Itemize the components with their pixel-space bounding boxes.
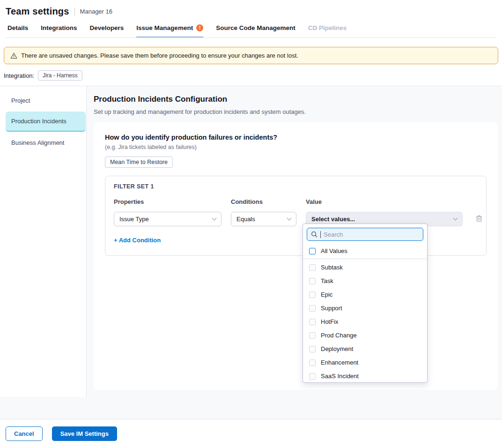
trash-icon: [475, 215, 483, 223]
list-item[interactable]: HotFix: [303, 315, 427, 329]
chevron-down-icon: [212, 216, 217, 221]
option-label: Prod Change: [321, 332, 357, 339]
dropdown-search-wrap: Search: [303, 224, 427, 244]
conditions-select[interactable]: Equals: [231, 212, 296, 226]
main-panel: Production Incidents Configuration Set u…: [87, 86, 502, 397]
option-label: Enhancement: [321, 359, 358, 366]
tab-label: Details: [7, 24, 28, 31]
add-condition-button[interactable]: + Add Condition: [114, 237, 161, 244]
tab-label: Integrations: [41, 24, 77, 31]
chevron-down-icon: [453, 216, 458, 221]
option-label: Task: [321, 277, 333, 284]
properties-select[interactable]: Issue Type: [114, 212, 221, 226]
checkbox[interactable]: [309, 332, 316, 339]
sidebar-item-production-incidents[interactable]: Production Incidents: [6, 112, 86, 132]
tab-label: Developers: [90, 24, 124, 31]
search-placeholder: Search: [324, 231, 343, 238]
page-title: Team settings: [6, 6, 69, 17]
page-subtitle: Manager 16: [74, 7, 112, 15]
alert-badge-icon: !: [196, 24, 203, 31]
warning-icon: [10, 52, 17, 59]
checkbox[interactable]: [309, 305, 316, 312]
integration-chip[interactable]: Jira - Harness: [38, 70, 82, 81]
checkbox[interactable]: [309, 278, 316, 284]
list-item[interactable]: SaaS Incident: [303, 369, 427, 382]
configuration-card: How do you identify production failures …: [94, 122, 498, 390]
tab-label: CD Pipelines: [308, 24, 347, 31]
checkbox[interactable]: [309, 373, 316, 380]
page-header: Team settings Manager 16 Details Integra…: [0, 0, 502, 38]
option-label: HotFix: [321, 318, 339, 325]
column-header-properties: Properties: [114, 198, 221, 205]
list-item[interactable]: Deployment: [303, 342, 427, 356]
integration-label: Integration:: [4, 72, 34, 79]
column-header-value: Value: [306, 198, 463, 205]
delete-filter-button[interactable]: [472, 214, 486, 225]
tab-issue-management[interactable]: Issue Management !: [136, 24, 203, 37]
checkbox[interactable]: [309, 291, 316, 298]
option-label: Subtask: [321, 264, 343, 271]
option-label: SaaS Incident: [321, 373, 359, 380]
content: Project Production Incidents Business Al…: [0, 86, 502, 397]
text-caret: [320, 231, 321, 238]
tab-source-code-management[interactable]: Source Code Management: [216, 24, 295, 37]
properties-select-value: Issue Type: [119, 216, 213, 223]
bottom-strip: [0, 397, 502, 419]
list-item[interactable]: Task: [303, 274, 427, 288]
value-select-dropdown: Search All Values Subtask: [303, 224, 428, 383]
checkbox[interactable]: [309, 248, 316, 254]
list-item[interactable]: Support: [303, 301, 427, 315]
checkbox[interactable]: [309, 264, 316, 271]
option-label: Epic: [321, 291, 332, 298]
tab-label: Source Code Management: [216, 24, 295, 31]
title-row: Team settings Manager 16: [6, 6, 496, 17]
footer: Cancel Save IM Settings: [0, 419, 502, 448]
sidebar: Project Production Incidents Business Al…: [0, 86, 87, 397]
list-item[interactable]: Prod Change: [303, 329, 427, 342]
tabbar: Details Integrations Developers Issue Ma…: [6, 24, 496, 38]
sidebar-item-project[interactable]: Project: [0, 91, 86, 110]
chevron-down-icon: [287, 216, 292, 221]
search-icon: [311, 231, 317, 238]
value-select-placeholder: Select values...: [311, 216, 454, 223]
list-item[interactable]: Epic: [303, 288, 427, 301]
tab-details[interactable]: Details: [7, 24, 28, 37]
filter-set-panel: FILTER SET 1 Properties Conditions Value…: [105, 176, 487, 256]
unsaved-changes-banner: There are unsaved changes. Please save t…: [4, 47, 498, 64]
tab-cd-pipelines: CD Pipelines: [308, 24, 347, 37]
integration-row: Integration: Jira - Harness: [4, 70, 498, 81]
option-all-values[interactable]: All Values: [303, 244, 427, 259]
option-label: Deployment: [321, 345, 353, 352]
column-header-conditions: Conditions: [231, 198, 296, 205]
list-item[interactable]: Enhancement: [303, 356, 427, 369]
list-item[interactable]: Subtask: [303, 261, 427, 274]
section-subtitle: Set up tracking and management for produ…: [94, 108, 498, 115]
section-title: Production Incidents Configuration: [94, 95, 498, 104]
filter-set-title: FILTER SET 1: [114, 183, 478, 190]
cancel-button[interactable]: Cancel: [6, 426, 43, 441]
checkbox[interactable]: [309, 319, 316, 325]
option-label: Support: [321, 305, 342, 312]
value-options-list: Subtask Task Epic: [303, 259, 427, 382]
question-heading: How do you identify production failures …: [105, 134, 487, 141]
banner-text: There are unsaved changes. Please save t…: [21, 52, 298, 59]
spacer: [472, 198, 486, 212]
option-label: All Values: [321, 247, 347, 254]
search-input[interactable]: Search: [307, 228, 423, 241]
tab-developers[interactable]: Developers: [90, 24, 124, 37]
tab-label: Issue Management: [136, 24, 193, 31]
metric-chip-mttr[interactable]: Mean Time to Restore: [105, 157, 173, 168]
save-im-settings-button[interactable]: Save IM Settings: [52, 426, 117, 441]
sidebar-item-business-alignment[interactable]: Business Alignment: [0, 133, 86, 152]
question-hint: (e.g. Jira tickets labeled as failures): [105, 144, 487, 150]
filter-grid: Properties Conditions Value Issue Type E…: [114, 198, 478, 226]
checkbox[interactable]: [309, 359, 316, 366]
checkbox[interactable]: [309, 346, 316, 352]
tab-integrations[interactable]: Integrations: [41, 24, 77, 37]
conditions-select-value: Equals: [236, 216, 288, 223]
